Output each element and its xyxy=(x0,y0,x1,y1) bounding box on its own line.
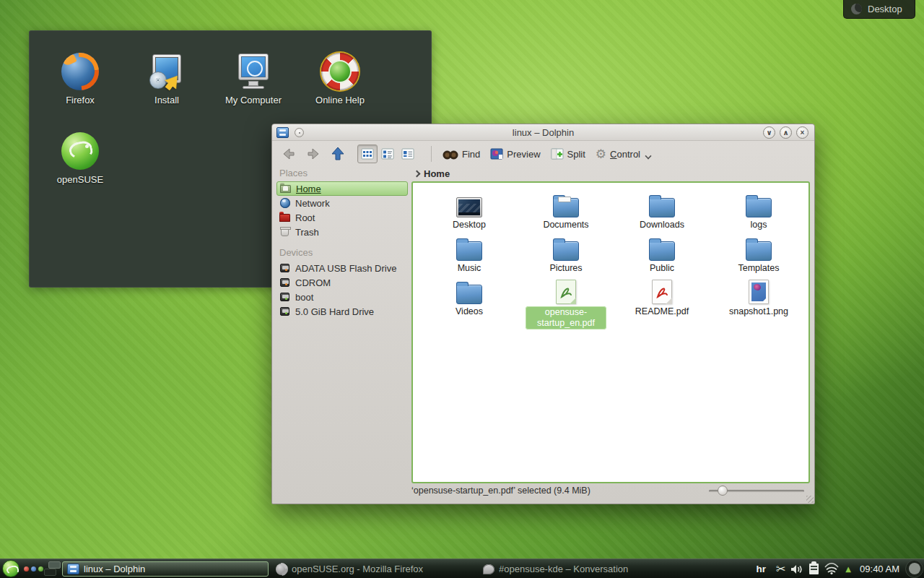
file-item-documents[interactable]: Documents xyxy=(523,189,609,230)
task-label: openSUSE.org - Mozilla Firefox xyxy=(292,564,423,574)
places-item-trash[interactable]: Trash xyxy=(276,225,408,239)
activity-dots[interactable] xyxy=(24,566,43,571)
file-label: Templates xyxy=(715,263,802,274)
columns-view-button[interactable] xyxy=(398,144,418,163)
window-resize-grip[interactable] xyxy=(806,496,814,503)
desktop-icon-label: openSUSE xyxy=(45,174,115,185)
file-item-downloads[interactable]: Downloads xyxy=(619,189,705,230)
file-item-public[interactable]: Public xyxy=(619,232,705,274)
location-bar[interactable]: Home xyxy=(411,165,810,181)
desktop-icon-install[interactable]: Install xyxy=(132,53,201,105)
pager-desktop-1[interactable] xyxy=(48,561,61,569)
zoom-slider[interactable] xyxy=(709,486,804,496)
desktop-icon-firefox[interactable]: Firefox xyxy=(45,53,115,105)
breadcrumb-home[interactable]: Home xyxy=(424,168,450,179)
desktop-icon-my-computer[interactable]: My Computer xyxy=(219,53,288,105)
desktop-icon-online-help[interactable]: Online Help xyxy=(305,53,375,105)
folder-icon xyxy=(619,232,705,261)
install-icon xyxy=(148,53,186,90)
up-button[interactable] xyxy=(327,144,349,163)
volume-icon[interactable] xyxy=(790,559,804,578)
file-item-logs[interactable]: logs xyxy=(715,189,802,230)
hard-drive-icon xyxy=(279,306,291,317)
task-button-firefox[interactable]: openSUSE.org - Mozilla Firefox xyxy=(271,561,476,577)
network-globe-icon xyxy=(279,197,291,209)
clock[interactable]: 09:40 AM xyxy=(857,559,905,578)
icons-view-button[interactable] xyxy=(357,144,378,163)
file-item-music[interactable]: Music xyxy=(426,232,513,274)
file-label: Public xyxy=(619,263,705,274)
zoom-slider-handle[interactable] xyxy=(718,486,728,496)
desktop-icon-label: My Computer xyxy=(219,95,288,105)
details-view-button[interactable] xyxy=(378,144,398,163)
panel-cashew-icon[interactable] xyxy=(905,560,923,578)
chevron-down-icon xyxy=(645,153,651,159)
binoculars-icon xyxy=(443,148,458,160)
places-item-home[interactable]: Home xyxy=(276,181,408,196)
icons-view-icon xyxy=(361,148,374,160)
pager-desktop-2[interactable] xyxy=(44,569,56,576)
split-button[interactable]: Split xyxy=(547,146,589,162)
up-arrow-icon xyxy=(331,147,345,161)
desktop-icon-opensuse[interactable]: openSUSE xyxy=(45,132,115,185)
desktop-pager[interactable] xyxy=(43,560,61,577)
back-button[interactable] xyxy=(278,145,300,163)
dolphin-task-icon xyxy=(67,564,79,574)
dolphin-app-icon[interactable] xyxy=(276,127,289,138)
places-item-label: Root xyxy=(295,212,315,223)
maximize-button[interactable]: ∧ xyxy=(780,126,792,139)
folder-icon xyxy=(715,232,802,261)
places-item-network[interactable]: Network xyxy=(276,196,408,210)
system-tray: hr ✂ ▲ 09:40 AM xyxy=(750,559,924,578)
places-item-root[interactable]: Root xyxy=(276,210,408,225)
desktop-icon-label: Firefox xyxy=(45,95,115,105)
kickoff-menu-button[interactable] xyxy=(2,560,19,577)
device-item-cdrom[interactable]: CDROM xyxy=(276,275,408,290)
minimize-button[interactable]: ∨ xyxy=(763,126,775,139)
konversation-task-icon xyxy=(483,564,494,574)
tray-expander-icon[interactable]: ▲ xyxy=(840,559,857,578)
file-label: README.pdf xyxy=(619,306,705,317)
find-button[interactable]: Find xyxy=(439,146,484,162)
places-panel: Places Home Network Root Trash Devices A… xyxy=(276,165,408,499)
usb-drive-icon xyxy=(279,262,291,274)
pin-button[interactable] xyxy=(295,128,304,137)
control-label: Control xyxy=(610,149,640,160)
status-bar: ‘opensuse-startup_en.pdf’ selected (9.4 … xyxy=(411,482,810,499)
file-item-templates[interactable]: Templates xyxy=(715,232,802,274)
file-item-snapshot-png[interactable]: snapshot1.png xyxy=(715,275,802,317)
green-dot-icon xyxy=(38,566,43,571)
device-item-boot[interactable]: boot xyxy=(276,290,408,304)
klipper-scissors-icon[interactable]: ✂ xyxy=(772,559,790,578)
file-item-desktop[interactable]: Desktop xyxy=(426,189,513,230)
task-button-konversation[interactable]: #opensuse-kde – Konversation xyxy=(479,561,684,577)
view-mode-group xyxy=(357,144,418,163)
file-label-selected: opensuse-startup_en.pdf xyxy=(526,306,606,329)
file-item-opensuse-startup-pdf[interactable]: opensuse-startup_en.pdf xyxy=(523,275,609,329)
folder-icon xyxy=(523,232,609,261)
device-item-hard-drive[interactable]: 5.0 GiB Hard Drive xyxy=(276,304,408,319)
file-label: Desktop xyxy=(426,220,513,230)
taskbar: linux – Dolphin openSUSE.org - Mozilla F… xyxy=(0,558,924,578)
file-view[interactable]: Desktop Documents Downloads logs Music P… xyxy=(411,181,810,483)
forward-button[interactable] xyxy=(302,145,324,163)
file-label: Pictures xyxy=(523,263,609,274)
task-button-dolphin[interactable]: linux – Dolphin xyxy=(62,561,269,577)
network-signal-icon[interactable] xyxy=(824,559,840,578)
firefox-task-icon xyxy=(276,564,287,575)
close-button[interactable]: × xyxy=(796,126,808,139)
places-item-label: Network xyxy=(295,198,330,209)
control-button[interactable]: ⚙ Control xyxy=(592,144,655,163)
file-item-videos[interactable]: Videos xyxy=(426,275,513,317)
opensuse-geeko-icon xyxy=(61,132,99,170)
keyboard-layout-indicator[interactable]: hr xyxy=(750,559,772,578)
lifebuoy-icon xyxy=(321,53,359,90)
device-item-adata-usb[interactable]: ADATA USB Flash Drive xyxy=(276,261,408,275)
preview-button[interactable]: Preview xyxy=(487,146,544,162)
clipboard-device-icon[interactable] xyxy=(804,559,824,578)
file-label: logs xyxy=(715,220,802,230)
title-bar[interactable]: linux – Dolphin ∨ ∧ × xyxy=(272,124,814,141)
desktop-toolbox[interactable]: Desktop xyxy=(843,0,915,19)
file-item-pictures[interactable]: Pictures xyxy=(523,232,609,274)
file-item-readme-pdf[interactable]: README.pdf xyxy=(619,275,705,317)
